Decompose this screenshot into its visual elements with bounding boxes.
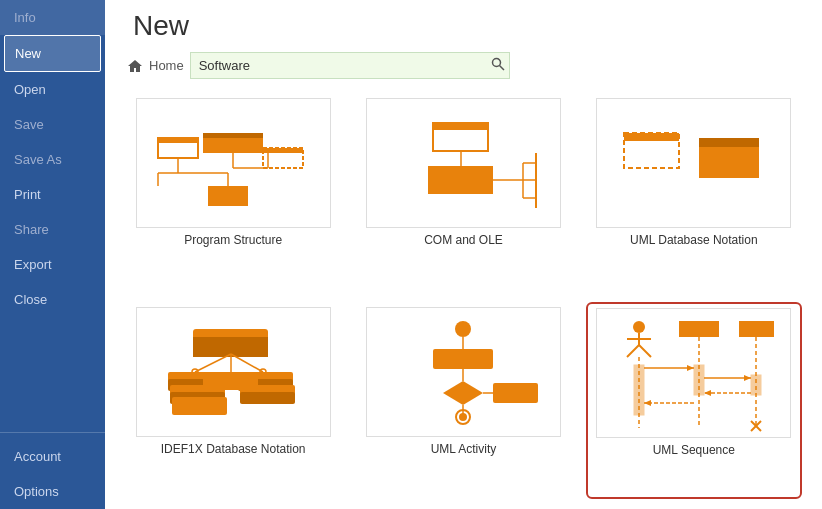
svg-rect-64 bbox=[634, 365, 644, 415]
svg-point-56 bbox=[459, 413, 467, 421]
svg-rect-70 bbox=[751, 375, 761, 395]
sidebar-item-close[interactable]: Close bbox=[0, 282, 105, 317]
template-card-com-and-ole[interactable]: COM and OLE bbox=[355, 93, 571, 288]
sidebar: Info New Open Save Save As Print Share E… bbox=[0, 0, 105, 509]
template-thumb-uml-sequence bbox=[596, 308, 791, 438]
sidebar-item-export[interactable]: Export bbox=[0, 247, 105, 282]
template-card-idef1x-database-notation[interactable]: IDEF1X Database Notation bbox=[125, 302, 341, 499]
svg-rect-11 bbox=[208, 186, 248, 206]
svg-line-62 bbox=[639, 345, 651, 357]
svg-point-47 bbox=[455, 321, 471, 337]
svg-rect-27 bbox=[624, 133, 679, 141]
svg-rect-65 bbox=[679, 321, 719, 337]
svg-rect-40 bbox=[240, 392, 295, 404]
template-label-com-and-ole: COM and OLE bbox=[424, 233, 503, 247]
page-title: New bbox=[133, 10, 802, 42]
template-thumb-program-structure bbox=[136, 98, 331, 228]
svg-rect-49 bbox=[433, 349, 493, 369]
search-bar: Home bbox=[127, 52, 802, 79]
template-label-uml-activity: UML Activity bbox=[431, 442, 497, 456]
svg-line-61 bbox=[627, 345, 639, 357]
svg-rect-3 bbox=[158, 138, 198, 143]
sidebar-item-save[interactable]: Save bbox=[0, 107, 105, 142]
home-icon bbox=[127, 58, 143, 74]
svg-rect-13 bbox=[263, 148, 303, 153]
template-thumb-idef1x-database-notation bbox=[136, 307, 331, 437]
home-icon-wrap bbox=[127, 58, 143, 74]
svg-point-0 bbox=[492, 59, 500, 67]
template-card-uml-activity[interactable]: UML Activity bbox=[355, 302, 571, 499]
svg-rect-17 bbox=[433, 123, 488, 130]
template-label-uml-sequence: UML Sequence bbox=[653, 443, 735, 457]
svg-rect-57 bbox=[493, 383, 538, 403]
sidebar-item-save-as[interactable]: Save As bbox=[0, 142, 105, 177]
template-label-uml-database-notation: UML Database Notation bbox=[630, 233, 758, 247]
template-card-uml-database-notation[interactable]: UML Database Notation bbox=[586, 93, 802, 288]
svg-rect-68 bbox=[739, 321, 774, 337]
svg-marker-78 bbox=[644, 400, 651, 406]
template-thumb-uml-activity bbox=[366, 307, 561, 437]
sidebar-item-new[interactable]: New bbox=[4, 35, 101, 72]
sidebar-item-open[interactable]: Open bbox=[0, 72, 105, 107]
svg-rect-29 bbox=[699, 138, 759, 147]
svg-marker-74 bbox=[744, 375, 751, 381]
sidebar-item-info[interactable]: Info bbox=[0, 0, 105, 35]
svg-rect-36 bbox=[172, 397, 227, 415]
sidebar-item-print[interactable]: Print bbox=[0, 177, 105, 212]
svg-rect-41 bbox=[203, 372, 258, 390]
sidebar-divider bbox=[0, 432, 105, 433]
template-label-idef1x-database-notation: IDEF1X Database Notation bbox=[161, 442, 306, 456]
svg-rect-9 bbox=[203, 133, 263, 138]
template-card-program-structure[interactable]: Program Structure bbox=[125, 93, 341, 288]
sidebar-item-options[interactable]: Options bbox=[0, 474, 105, 509]
svg-rect-67 bbox=[694, 365, 704, 395]
template-label-program-structure: Program Structure bbox=[184, 233, 282, 247]
sidebar-item-share[interactable]: Share bbox=[0, 212, 105, 247]
svg-marker-51 bbox=[443, 381, 483, 405]
template-thumb-uml-database-notation bbox=[596, 98, 791, 228]
search-icon bbox=[491, 57, 505, 71]
template-thumb-com-and-ole bbox=[366, 98, 561, 228]
svg-marker-76 bbox=[704, 390, 711, 396]
main-content: New Home bbox=[105, 0, 822, 509]
search-button[interactable] bbox=[491, 57, 505, 74]
sidebar-item-account[interactable]: Account bbox=[0, 439, 105, 474]
search-input-wrap bbox=[190, 52, 510, 79]
svg-rect-19 bbox=[428, 166, 493, 194]
svg-line-1 bbox=[499, 66, 504, 71]
template-card-uml-sequence[interactable]: UML Sequence bbox=[586, 302, 802, 499]
svg-point-58 bbox=[633, 321, 645, 333]
home-label: Home bbox=[149, 58, 184, 73]
svg-marker-72 bbox=[687, 365, 694, 371]
template-grid: Program Structure COM and bbox=[125, 93, 802, 499]
search-input[interactable] bbox=[190, 52, 510, 79]
